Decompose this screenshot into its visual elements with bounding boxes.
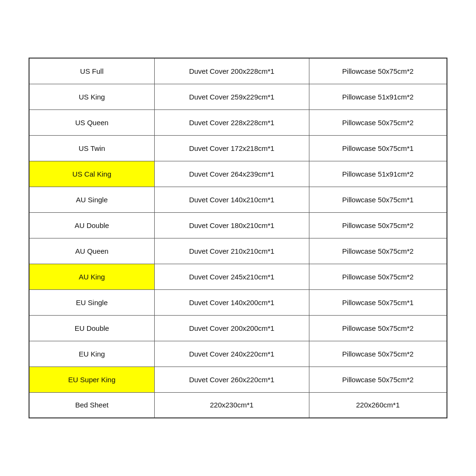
duvet-cover-spec: Duvet Cover 140x200cm*1 — [154, 289, 309, 315]
table-row: US Cal KingDuvet Cover 264x239cm*1Pillow… — [29, 161, 447, 187]
duvet-cover-spec: Duvet Cover 172x218cm*1 — [154, 135, 309, 161]
size-name: US Cal King — [29, 161, 154, 187]
table-row: US FullDuvet Cover 200x228cm*1Pillowcase… — [29, 58, 447, 84]
duvet-cover-spec: Duvet Cover 200x228cm*1 — [154, 58, 309, 84]
table-row: AU KingDuvet Cover 245x210cm*1Pillowcase… — [29, 264, 447, 289]
table-row: AU SingleDuvet Cover 140x210cm*1Pillowca… — [29, 187, 447, 212]
duvet-cover-spec: Duvet Cover 200x200cm*1 — [154, 315, 309, 341]
size-name: AU Double — [29, 212, 154, 238]
size-chart-table: US FullDuvet Cover 200x228cm*1Pillowcase… — [29, 58, 447, 418]
table-row: EU Super KingDuvet Cover 260x220cm*1Pill… — [29, 367, 447, 392]
pillowcase-spec: Pillowcase 51x91cm*2 — [309, 84, 447, 109]
size-name: EU Single — [29, 289, 154, 315]
size-name: US King — [29, 84, 154, 109]
table-row: Bed Sheet220x230cm*1220x260cm*1 — [29, 392, 447, 418]
table-row: EU DoubleDuvet Cover 200x200cm*1Pillowca… — [29, 315, 447, 341]
duvet-cover-spec: Duvet Cover 180x210cm*1 — [154, 212, 309, 238]
duvet-cover-spec: 220x230cm*1 — [154, 392, 309, 418]
pillowcase-spec: Pillowcase 50x75cm*2 — [309, 367, 447, 392]
pillowcase-spec: Pillowcase 50x75cm*2 — [309, 109, 447, 135]
size-name: US Queen — [29, 109, 154, 135]
pillowcase-spec: Pillowcase 51x91cm*2 — [309, 161, 447, 187]
table-row: EU KingDuvet Cover 240x220cm*1Pillowcase… — [29, 341, 447, 367]
pillowcase-spec: 220x260cm*1 — [309, 392, 447, 418]
pillowcase-spec: Pillowcase 50x75cm*1 — [309, 187, 447, 212]
table-container: US FullDuvet Cover 200x228cm*1Pillowcase… — [19, 48, 457, 428]
size-name: EU Super King — [29, 367, 154, 392]
duvet-cover-spec: Duvet Cover 245x210cm*1 — [154, 264, 309, 289]
size-name: EU Double — [29, 315, 154, 341]
pillowcase-spec: Pillowcase 50x75cm*2 — [309, 58, 447, 84]
duvet-cover-spec: Duvet Cover 260x220cm*1 — [154, 367, 309, 392]
duvet-cover-spec: Duvet Cover 264x239cm*1 — [154, 161, 309, 187]
duvet-cover-spec: Duvet Cover 210x210cm*1 — [154, 238, 309, 264]
size-name: EU King — [29, 341, 154, 367]
size-name: AU Queen — [29, 238, 154, 264]
pillowcase-spec: Pillowcase 50x75cm*1 — [309, 135, 447, 161]
pillowcase-spec: Pillowcase 50x75cm*2 — [309, 212, 447, 238]
size-name: AU King — [29, 264, 154, 289]
pillowcase-spec: Pillowcase 50x75cm*2 — [309, 315, 447, 341]
duvet-cover-spec: Duvet Cover 140x210cm*1 — [154, 187, 309, 212]
duvet-cover-spec: Duvet Cover 228x228cm*1 — [154, 109, 309, 135]
size-name: US Twin — [29, 135, 154, 161]
table-row: AU QueenDuvet Cover 210x210cm*1Pillowcas… — [29, 238, 447, 264]
pillowcase-spec: Pillowcase 50x75cm*2 — [309, 238, 447, 264]
pillowcase-spec: Pillowcase 50x75cm*2 — [309, 341, 447, 367]
duvet-cover-spec: Duvet Cover 259x229cm*1 — [154, 84, 309, 109]
size-name: US Full — [29, 58, 154, 84]
table-row: AU DoubleDuvet Cover 180x210cm*1Pillowca… — [29, 212, 447, 238]
pillowcase-spec: Pillowcase 50x75cm*1 — [309, 289, 447, 315]
table-row: US TwinDuvet Cover 172x218cm*1Pillowcase… — [29, 135, 447, 161]
table-row: EU SingleDuvet Cover 140x200cm*1Pillowca… — [29, 289, 447, 315]
size-name: Bed Sheet — [29, 392, 154, 418]
table-row: US QueenDuvet Cover 228x228cm*1Pillowcas… — [29, 109, 447, 135]
table-row: US KingDuvet Cover 259x229cm*1Pillowcase… — [29, 84, 447, 109]
pillowcase-spec: Pillowcase 50x75cm*2 — [309, 264, 447, 289]
duvet-cover-spec: Duvet Cover 240x220cm*1 — [154, 341, 309, 367]
size-name: AU Single — [29, 187, 154, 212]
